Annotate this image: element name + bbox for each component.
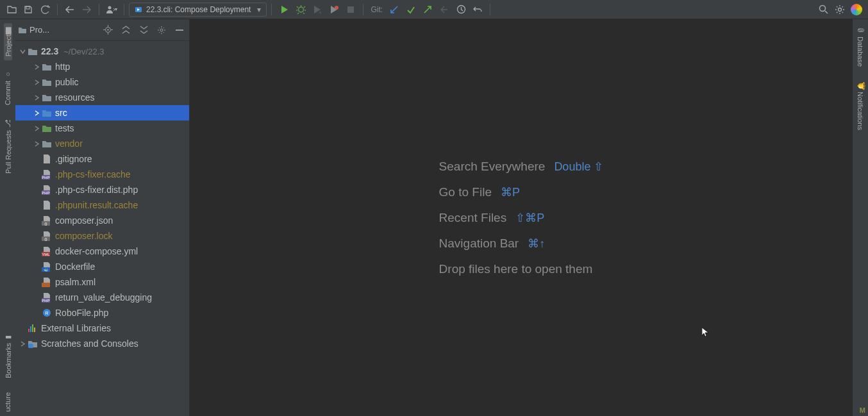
- file-icon: [41, 138, 53, 149]
- git-label: Git:: [371, 5, 383, 14]
- rail-project[interactable]: Project ▇: [4, 23, 12, 60]
- svg-rect-12: [176, 29, 183, 31]
- blank: [32, 151, 41, 167]
- tree-row[interactable]: 22.3~/Dev/22.3: [15, 44, 189, 59]
- expand-all-icon[interactable]: [119, 23, 133, 37]
- tree-row[interactable]: .gitignore: [15, 151, 189, 167]
- tree-row[interactable]: PHP.php-cs-fixer.dist.php: [15, 182, 189, 197]
- tree-row[interactable]: .phpunit.result.cache: [15, 197, 189, 213]
- project-panel: Pro... 22.3~/Dev/22.3httppublicresources…: [15, 19, 190, 416]
- sync-icon[interactable]: [37, 2, 53, 17]
- hint-recent-files: Recent Files ⇧⌘P: [439, 211, 604, 225]
- coverage-icon[interactable]: [310, 2, 325, 17]
- tree-row[interactable]: Scratches and Consoles: [15, 336, 189, 351]
- tree-item-name: resources: [55, 92, 94, 103]
- tree-row[interactable]: PHPreturn_value_debugging: [15, 290, 189, 305]
- rail-database[interactable]: 🛢 Database: [856, 23, 864, 71]
- hint-navigation-bar: Navigation Bar ⌘↑: [439, 237, 604, 251]
- file-icon: [41, 199, 53, 211]
- file-icon: [27, 338, 38, 349]
- tree-item-name: docker-compose.yml: [55, 246, 138, 256]
- tree-row[interactable]: psalm.xml: [15, 274, 189, 290]
- rail-bookmarks[interactable]: Bookmarks ▮: [4, 328, 12, 382]
- run-config-selector[interactable]: 22.3.cli: Compose Deployment ▾: [129, 3, 267, 17]
- git-commit-icon[interactable]: [403, 2, 419, 17]
- svg-rect-5: [347, 6, 354, 13]
- blank: [32, 228, 41, 244]
- git-rollback-icon[interactable]: [437, 2, 452, 17]
- file-icon: 🐳: [41, 261, 53, 272]
- svg-text:PHP: PHP: [42, 299, 49, 303]
- blank: [32, 290, 41, 305]
- rail-pull-requests[interactable]: Pull Requests ⎇: [4, 115, 12, 178]
- file-icon: [41, 122, 53, 134]
- open-icon[interactable]: [4, 2, 19, 17]
- svg-text:🐳: 🐳: [44, 267, 49, 272]
- save-all-icon[interactable]: [21, 2, 36, 17]
- profile-icon[interactable]: [326, 2, 342, 17]
- database-icon: 🛢: [857, 27, 864, 35]
- panel-settings-icon[interactable]: [154, 23, 169, 37]
- forward-icon[interactable]: [79, 2, 94, 17]
- tree-row[interactable]: PHP.php-cs-fixer.cache: [15, 167, 189, 182]
- tree-item-name: composer.json: [55, 215, 113, 226]
- back-icon[interactable]: [62, 2, 78, 17]
- git-history-icon[interactable]: [453, 2, 469, 17]
- tree-row[interactable]: YMLdocker-compose.yml: [15, 244, 189, 259]
- rail-commit[interactable]: Commit ○: [4, 67, 12, 109]
- tree-item-name: src: [55, 108, 67, 118]
- file-icon: [41, 76, 53, 88]
- tree-item-name: External Libraries: [41, 323, 111, 333]
- jetbrains-logo-icon[interactable]: [849, 2, 864, 17]
- file-icon: [27, 322, 38, 334]
- tree-item-name: composer.lock: [55, 231, 112, 241]
- project-tree[interactable]: 22.3~/Dev/22.3httppublicresourcessrctest…: [15, 41, 189, 416]
- svg-rect-31: [30, 326, 31, 332]
- svg-point-8: [839, 8, 842, 11]
- tree-row[interactable]: {}composer.lock: [15, 228, 189, 244]
- file-icon: PHP: [41, 292, 53, 303]
- hide-panel-icon[interactable]: [172, 23, 187, 37]
- rail-notifications[interactable]: 🔔 Notifications: [856, 77, 865, 134]
- tree-item-name: psalm.xml: [55, 277, 96, 287]
- tree-row[interactable]: resources: [15, 90, 189, 105]
- editor-empty-area[interactable]: Search Everywhere Double ⇧ Go to File ⌘P…: [190, 19, 853, 416]
- locate-icon[interactable]: [101, 23, 115, 37]
- project-icon: [18, 26, 27, 34]
- tree-row[interactable]: http: [15, 59, 189, 74]
- tree-item-name: http: [55, 62, 70, 72]
- hint-search-everywhere: Search Everywhere Double ⇧: [439, 160, 604, 174]
- svg-rect-25: [42, 283, 50, 287]
- svg-text:PHP: PHP: [42, 176, 49, 179]
- tree-row[interactable]: External Libraries: [15, 320, 189, 336]
- file-icon: {}: [41, 215, 53, 226]
- chevron-icon: [32, 121, 41, 136]
- git-update-icon[interactable]: [387, 2, 402, 17]
- run-icon[interactable]: [276, 2, 292, 17]
- tree-row[interactable]: src: [15, 105, 189, 121]
- tree-item-name: RoboFile.php: [55, 308, 108, 318]
- code-with-me-icon[interactable]: ▾: [104, 2, 119, 17]
- tree-row[interactable]: RRoboFile.php: [15, 305, 189, 320]
- folder-icon: ▇: [5, 26, 10, 34]
- blank: [32, 259, 41, 274]
- debug-icon[interactable]: [293, 2, 308, 17]
- undo-icon[interactable]: [470, 2, 485, 17]
- tree-row[interactable]: {}composer.json: [15, 213, 189, 228]
- settings-icon[interactable]: [832, 2, 847, 17]
- tree-item-path: ~/Dev/22.3: [63, 47, 104, 56]
- file-icon: [27, 46, 38, 57]
- blank: [32, 213, 41, 228]
- chevron-down-icon: ▾: [257, 5, 261, 14]
- tree-row[interactable]: 🐳Dockerfile: [15, 259, 189, 274]
- tree-item-name: 22.3: [41, 46, 58, 56]
- collapse-all-icon[interactable]: [137, 23, 151, 37]
- rail-structure[interactable]: ucture: [4, 388, 12, 416]
- tree-row[interactable]: public: [15, 74, 189, 90]
- tree-row[interactable]: tests: [15, 121, 189, 136]
- git-push-icon[interactable]: [420, 2, 435, 17]
- tree-row[interactable]: vendor: [15, 136, 189, 151]
- search-icon[interactable]: [815, 2, 831, 17]
- chevron-icon: [18, 336, 27, 351]
- stop-icon[interactable]: [343, 2, 358, 17]
